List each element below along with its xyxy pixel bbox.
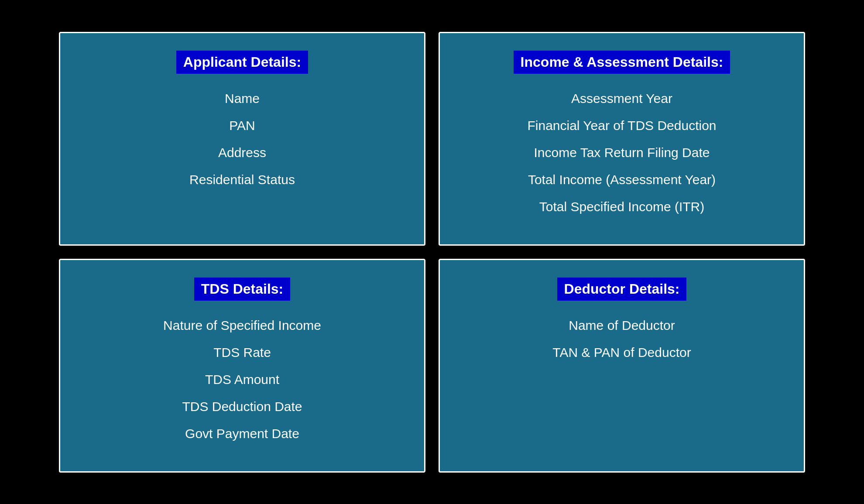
card-item-applicant-details-0: Name <box>225 91 260 106</box>
card-item-tds-details-2: TDS Amount <box>205 372 279 387</box>
main-grid: Applicant Details:NamePANAddressResident… <box>50 23 814 481</box>
card-item-applicant-details-3: Residential Status <box>189 172 295 187</box>
card-item-tds-details-0: Nature of Specified Income <box>163 318 321 333</box>
card-applicant-details: Applicant Details:NamePANAddressResident… <box>59 32 425 246</box>
card-items-income-assessment-details: Assessment YearFinancial Year of TDS Ded… <box>453 91 791 214</box>
card-item-tds-details-4: Govt Payment Date <box>185 426 299 441</box>
card-title-tds-details: TDS Details: <box>194 278 290 301</box>
card-title-income-assessment-details: Income & Assessment Details: <box>514 51 730 74</box>
card-items-applicant-details: NamePANAddressResidential Status <box>73 91 411 187</box>
card-item-applicant-details-2: Address <box>218 145 266 160</box>
card-item-income-assessment-details-2: Income Tax Return Filing Date <box>534 145 710 160</box>
card-title-applicant-details: Applicant Details: <box>176 51 308 74</box>
card-item-deductor-details-1: TAN & PAN of Deductor <box>552 345 691 360</box>
card-item-income-assessment-details-4: Total Specified Income (ITR) <box>539 199 704 214</box>
card-item-deductor-details-0: Name of Deductor <box>569 318 675 333</box>
card-item-tds-details-3: TDS Deduction Date <box>182 399 302 414</box>
card-item-income-assessment-details-1: Financial Year of TDS Deduction <box>527 118 716 133</box>
card-item-income-assessment-details-3: Total Income (Assessment Year) <box>528 172 716 187</box>
card-tds-details: TDS Details:Nature of Specified IncomeTD… <box>59 259 425 473</box>
card-items-deductor-details: Name of DeductorTAN & PAN of Deductor <box>453 318 791 360</box>
card-item-tds-details-1: TDS Rate <box>213 345 271 360</box>
card-deductor-details: Deductor Details:Name of DeductorTAN & P… <box>439 259 805 473</box>
card-title-deductor-details: Deductor Details: <box>557 278 687 301</box>
card-item-applicant-details-1: PAN <box>229 118 255 133</box>
card-income-assessment-details: Income & Assessment Details:Assessment Y… <box>439 32 805 246</box>
card-items-tds-details: Nature of Specified IncomeTDS RateTDS Am… <box>73 318 411 441</box>
card-item-income-assessment-details-0: Assessment Year <box>571 91 672 106</box>
